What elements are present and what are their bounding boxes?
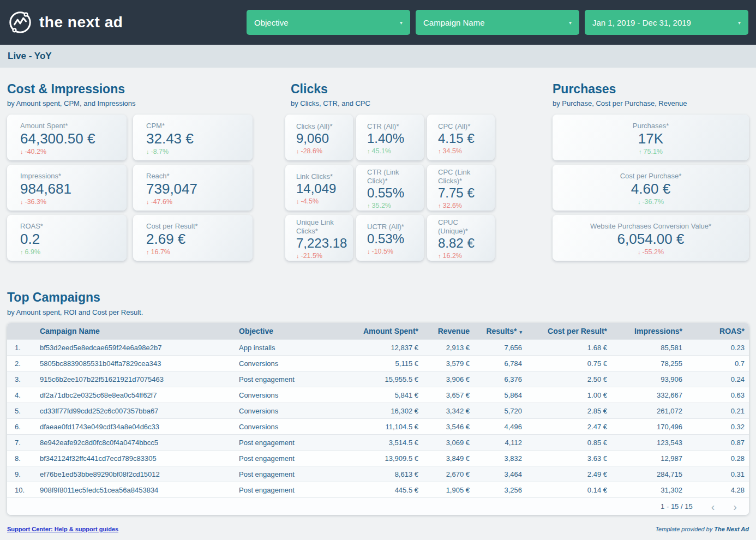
table-row: 5. cd33ff77fd99cdd252c6c007357bba67 Conv…	[7, 403, 749, 418]
kpi-value: 739,047	[146, 181, 247, 197]
kpi-delta-value: 35.2%	[372, 202, 391, 209]
cell-results: 5,864	[474, 391, 526, 399]
kpi-label: CPC (Link Clicks)*	[438, 168, 489, 186]
cell-results: 7,656	[474, 344, 526, 352]
cell-amount-spent: 11,104.5 €	[334, 423, 423, 431]
column-header-revenue[interactable]: Revenue	[423, 327, 474, 335]
kpi-label: Website Purchases Conversion Value*	[558, 222, 743, 231]
kpi-delta-value: -8.7%	[151, 148, 169, 155]
trend-up-icon: ↑	[438, 253, 441, 259]
column-header-impressions[interactable]: Impressions*	[611, 327, 687, 335]
the-next-ad-logo-icon	[8, 10, 33, 35]
kpi-value: 4.60 €	[558, 181, 743, 197]
kpi-value: 0.53%	[367, 231, 418, 247]
kpi-delta: ↓-10.5%	[367, 248, 418, 255]
objective-filter-dropdown[interactable]: Objective ▾	[247, 10, 410, 35]
row-rank: 6.	[7, 423, 35, 431]
row-rank: 7.	[7, 439, 35, 447]
row-rank: 3.	[7, 375, 35, 383]
row-rank: 2.	[7, 359, 35, 368]
kpi-card-cost-per-result: Cost per Result* 2.69 € ↑16.7%	[133, 215, 253, 261]
kpi-delta-value: -55.2%	[642, 248, 664, 256]
cell-roas: 0.23	[687, 344, 749, 352]
kpi-value: 32.43 €	[146, 130, 247, 147]
table-row: 3. 915c6b2ee107b22f51621921d7075463 Post…	[7, 371, 749, 387]
column-header-roas[interactable]: ROAS*	[687, 327, 749, 335]
trend-down-icon: ↓	[296, 198, 299, 205]
trend-down-icon: ↓	[20, 199, 23, 205]
kpi-delta: ↓-21.5%	[296, 252, 347, 260]
cell-amount-spent: 16,302 €	[334, 407, 423, 415]
cell-impressions: 261,072	[611, 407, 687, 415]
brand-name: the next ad	[39, 14, 123, 31]
previous-page-icon[interactable]: ‹	[711, 501, 715, 512]
date-range-filter-label: Jan 1, 2019 - Dec 31, 2019	[592, 18, 691, 27]
kpi-delta-value: -10.5%	[372, 248, 394, 255]
campaign-name-filter-dropdown[interactable]: Campaign Name ▾	[416, 10, 579, 35]
trend-up-icon: ↑	[20, 249, 23, 255]
kpi-value: 984,681	[20, 181, 121, 197]
cell-cost-per-result: 0.14 €	[526, 486, 611, 494]
kpi-delta: ↓-55.2%	[558, 248, 743, 256]
kpi-value: 0.55%	[367, 185, 418, 201]
campaign-name-filter-label: Campaign Name	[423, 18, 485, 27]
cell-cost-per-result: 0.85 €	[526, 439, 611, 447]
cell-cost-per-result: 2.49 €	[526, 470, 611, 478]
kpi-delta-value: -21.5%	[301, 252, 323, 260]
column-header-objective[interactable]: Objective	[235, 327, 334, 335]
kpi-delta: ↓-47.6%	[146, 198, 247, 206]
cell-roas: 0.24	[687, 375, 749, 383]
next-page-icon[interactable]: ›	[733, 501, 737, 512]
kpi-label: Purchases*	[558, 122, 743, 130]
section-title: Cost & Impressions	[7, 82, 253, 97]
trend-up-icon: ↑	[367, 202, 370, 209]
kpi-delta-value: -4.5%	[301, 197, 319, 205]
cell-roas: 0.28	[687, 454, 749, 463]
cell-impressions: 78,255	[611, 359, 687, 368]
cell-cost-per-result: 2.50 €	[526, 375, 611, 383]
trend-down-icon: ↓	[296, 148, 299, 154]
column-header-amount-spent[interactable]: Amount Spent*	[334, 327, 423, 335]
pagination-range: 1 - 15 / 15	[661, 502, 693, 511]
table-row: 10. 908f9f8011ec5fedc51cea56a8453834 Pos…	[7, 482, 749, 497]
kpi-card-roas: ROAS* 0.2 ↑6.9%	[7, 215, 127, 261]
column-header-results[interactable]: Results*▾	[474, 327, 526, 335]
cell-cost-per-result: 2.85 €	[526, 407, 611, 415]
table-row: 2. 5805bc8839085531b04ffa7829cea343 Conv…	[7, 355, 749, 371]
chevron-down-icon: ▾	[738, 20, 741, 26]
kpi-value: 8.82 €	[438, 236, 489, 251]
cell-campaign-name: cd33ff77fd99cdd252c6c007357bba67	[35, 407, 235, 415]
filter-bar: Objective ▾ Campaign Name ▾ Jan 1, 2019 …	[247, 10, 748, 35]
cell-amount-spent: 5,841 €	[334, 391, 423, 399]
kpi-card-website-purchases-conversion-value: Website Purchases Conversion Value* 6,05…	[553, 215, 749, 261]
cell-objective: Conversions	[235, 391, 334, 399]
cell-amount-spent: 12,837 €	[334, 344, 423, 352]
kpi-label: CPC (All)*	[438, 122, 489, 131]
cell-results: 5,720	[474, 407, 526, 415]
trend-up-icon: ↑	[438, 202, 441, 209]
kpi-card-link-clicks: Link Clicks* 14,049 ↓-4.5%	[285, 165, 353, 211]
kpi-delta: ↓-40.2%	[20, 148, 121, 155]
cell-results: 3,832	[474, 454, 526, 463]
kpi-label: Reach*	[146, 172, 247, 181]
cell-amount-spent: 3,514.5 €	[334, 439, 423, 447]
cell-campaign-name: df2a71dbc2e0325c68e8ea0c54ff62f7	[35, 391, 235, 399]
cell-impressions: 123,543	[611, 439, 687, 447]
kpi-delta-value: 16.7%	[151, 248, 170, 256]
kpi-card-ctr-all: CTR (All)* 1.40% ↑45.1%	[356, 115, 424, 160]
table-row: 8. bf342124f32ffc441cd7ecd789c83305 Post…	[7, 450, 749, 466]
cell-objective: Conversions	[235, 423, 334, 431]
cell-cost-per-result: 1.68 €	[526, 344, 611, 352]
cell-revenue: 3,069 €	[423, 439, 474, 447]
section-purchases: Purchases by Purchase, Cost per Purchase…	[553, 82, 749, 261]
kpi-delta: ↑75.1%	[558, 148, 743, 155]
kpi-delta: ↓-36.7%	[558, 198, 743, 206]
support-center-link[interactable]: Support Center: Help & support guides	[7, 526, 118, 532]
cell-results: 6,376	[474, 375, 526, 383]
kpi-delta-value: -36.3%	[25, 198, 47, 206]
column-header-cost-per-result[interactable]: Cost per Result*	[526, 327, 611, 335]
date-range-filter-dropdown[interactable]: Jan 1, 2019 - Dec 31, 2019 ▾	[585, 10, 748, 35]
kpi-card-cpm: CPM* 32.43 € ↓-8.7%	[133, 115, 253, 160]
column-header-campaign-name[interactable]: Campaign Name	[35, 327, 235, 335]
cell-campaign-name: bf53d2eed5e8edcae659f24e6a98e2b7	[35, 344, 235, 352]
